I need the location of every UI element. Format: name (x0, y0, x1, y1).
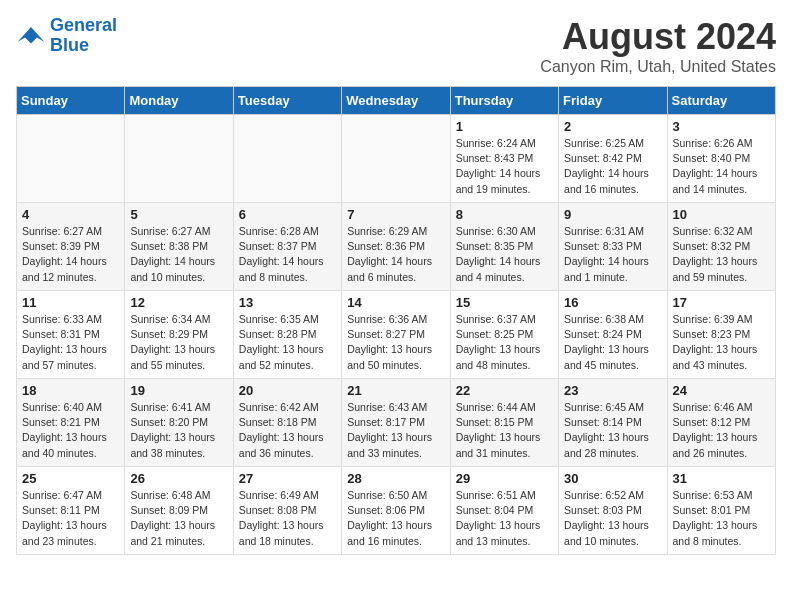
day-of-week-header: Tuesday (233, 87, 341, 115)
calendar-day-cell: 24Sunrise: 6:46 AM Sunset: 8:12 PM Dayli… (667, 379, 775, 467)
day-number: 12 (130, 295, 227, 310)
day-number: 10 (673, 207, 770, 222)
day-number: 8 (456, 207, 553, 222)
calendar-day-cell: 11Sunrise: 6:33 AM Sunset: 8:31 PM Dayli… (17, 291, 125, 379)
calendar-day-cell: 30Sunrise: 6:52 AM Sunset: 8:03 PM Dayli… (559, 467, 667, 555)
calendar-day-cell: 13Sunrise: 6:35 AM Sunset: 8:28 PM Dayli… (233, 291, 341, 379)
calendar-day-cell (125, 115, 233, 203)
day-number: 30 (564, 471, 661, 486)
calendar-day-cell: 17Sunrise: 6:39 AM Sunset: 8:23 PM Dayli… (667, 291, 775, 379)
day-info: Sunrise: 6:24 AM Sunset: 8:43 PM Dayligh… (456, 136, 553, 197)
calendar-day-cell: 5Sunrise: 6:27 AM Sunset: 8:38 PM Daylig… (125, 203, 233, 291)
day-info: Sunrise: 6:34 AM Sunset: 8:29 PM Dayligh… (130, 312, 227, 373)
calendar-day-cell: 6Sunrise: 6:28 AM Sunset: 8:37 PM Daylig… (233, 203, 341, 291)
day-of-week-header: Saturday (667, 87, 775, 115)
day-number: 16 (564, 295, 661, 310)
calendar-day-cell: 4Sunrise: 6:27 AM Sunset: 8:39 PM Daylig… (17, 203, 125, 291)
calendar-day-cell: 15Sunrise: 6:37 AM Sunset: 8:25 PM Dayli… (450, 291, 558, 379)
title-section: August 2024 Canyon Rim, Utah, United Sta… (540, 16, 776, 76)
calendar-week-row: 11Sunrise: 6:33 AM Sunset: 8:31 PM Dayli… (17, 291, 776, 379)
day-number: 3 (673, 119, 770, 134)
day-info: Sunrise: 6:33 AM Sunset: 8:31 PM Dayligh… (22, 312, 119, 373)
logo-icon (16, 21, 46, 51)
svg-marker-0 (18, 27, 45, 44)
day-number: 13 (239, 295, 336, 310)
calendar-day-cell: 3Sunrise: 6:26 AM Sunset: 8:40 PM Daylig… (667, 115, 775, 203)
day-info: Sunrise: 6:30 AM Sunset: 8:35 PM Dayligh… (456, 224, 553, 285)
day-info: Sunrise: 6:26 AM Sunset: 8:40 PM Dayligh… (673, 136, 770, 197)
day-info: Sunrise: 6:27 AM Sunset: 8:39 PM Dayligh… (22, 224, 119, 285)
page-title: August 2024 (540, 16, 776, 58)
calendar-day-cell: 14Sunrise: 6:36 AM Sunset: 8:27 PM Dayli… (342, 291, 450, 379)
day-number: 23 (564, 383, 661, 398)
day-number: 5 (130, 207, 227, 222)
day-number: 20 (239, 383, 336, 398)
calendar-day-cell: 2Sunrise: 6:25 AM Sunset: 8:42 PM Daylig… (559, 115, 667, 203)
calendar-day-cell: 12Sunrise: 6:34 AM Sunset: 8:29 PM Dayli… (125, 291, 233, 379)
day-number: 21 (347, 383, 444, 398)
calendar-day-cell: 1Sunrise: 6:24 AM Sunset: 8:43 PM Daylig… (450, 115, 558, 203)
day-info: Sunrise: 6:39 AM Sunset: 8:23 PM Dayligh… (673, 312, 770, 373)
day-of-week-header: Friday (559, 87, 667, 115)
day-info: Sunrise: 6:38 AM Sunset: 8:24 PM Dayligh… (564, 312, 661, 373)
day-info: Sunrise: 6:40 AM Sunset: 8:21 PM Dayligh… (22, 400, 119, 461)
day-number: 11 (22, 295, 119, 310)
day-number: 15 (456, 295, 553, 310)
calendar-table: SundayMondayTuesdayWednesdayThursdayFrid… (16, 86, 776, 555)
day-info: Sunrise: 6:37 AM Sunset: 8:25 PM Dayligh… (456, 312, 553, 373)
day-of-week-header: Monday (125, 87, 233, 115)
calendar-day-cell (233, 115, 341, 203)
calendar-day-cell: 25Sunrise: 6:47 AM Sunset: 8:11 PM Dayli… (17, 467, 125, 555)
day-info: Sunrise: 6:31 AM Sunset: 8:33 PM Dayligh… (564, 224, 661, 285)
calendar-week-row: 4Sunrise: 6:27 AM Sunset: 8:39 PM Daylig… (17, 203, 776, 291)
day-info: Sunrise: 6:45 AM Sunset: 8:14 PM Dayligh… (564, 400, 661, 461)
day-info: Sunrise: 6:48 AM Sunset: 8:09 PM Dayligh… (130, 488, 227, 549)
day-number: 1 (456, 119, 553, 134)
calendar-day-cell: 8Sunrise: 6:30 AM Sunset: 8:35 PM Daylig… (450, 203, 558, 291)
day-number: 9 (564, 207, 661, 222)
day-info: Sunrise: 6:43 AM Sunset: 8:17 PM Dayligh… (347, 400, 444, 461)
day-info: Sunrise: 6:25 AM Sunset: 8:42 PM Dayligh… (564, 136, 661, 197)
calendar-day-cell: 18Sunrise: 6:40 AM Sunset: 8:21 PM Dayli… (17, 379, 125, 467)
calendar-day-cell: 21Sunrise: 6:43 AM Sunset: 8:17 PM Dayli… (342, 379, 450, 467)
calendar-day-cell (342, 115, 450, 203)
day-number: 29 (456, 471, 553, 486)
day-info: Sunrise: 6:47 AM Sunset: 8:11 PM Dayligh… (22, 488, 119, 549)
day-info: Sunrise: 6:42 AM Sunset: 8:18 PM Dayligh… (239, 400, 336, 461)
day-info: Sunrise: 6:35 AM Sunset: 8:28 PM Dayligh… (239, 312, 336, 373)
logo: General Blue (16, 16, 117, 56)
day-info: Sunrise: 6:51 AM Sunset: 8:04 PM Dayligh… (456, 488, 553, 549)
calendar-day-cell: 29Sunrise: 6:51 AM Sunset: 8:04 PM Dayli… (450, 467, 558, 555)
day-number: 19 (130, 383, 227, 398)
day-info: Sunrise: 6:29 AM Sunset: 8:36 PM Dayligh… (347, 224, 444, 285)
day-of-week-header: Wednesday (342, 87, 450, 115)
day-info: Sunrise: 6:44 AM Sunset: 8:15 PM Dayligh… (456, 400, 553, 461)
day-number: 27 (239, 471, 336, 486)
day-number: 4 (22, 207, 119, 222)
day-info: Sunrise: 6:49 AM Sunset: 8:08 PM Dayligh… (239, 488, 336, 549)
day-number: 24 (673, 383, 770, 398)
day-info: Sunrise: 6:53 AM Sunset: 8:01 PM Dayligh… (673, 488, 770, 549)
calendar-day-cell: 7Sunrise: 6:29 AM Sunset: 8:36 PM Daylig… (342, 203, 450, 291)
calendar-day-cell: 9Sunrise: 6:31 AM Sunset: 8:33 PM Daylig… (559, 203, 667, 291)
day-info: Sunrise: 6:52 AM Sunset: 8:03 PM Dayligh… (564, 488, 661, 549)
calendar-week-row: 1Sunrise: 6:24 AM Sunset: 8:43 PM Daylig… (17, 115, 776, 203)
calendar-day-cell: 20Sunrise: 6:42 AM Sunset: 8:18 PM Dayli… (233, 379, 341, 467)
day-number: 31 (673, 471, 770, 486)
day-number: 14 (347, 295, 444, 310)
calendar-header-row: SundayMondayTuesdayWednesdayThursdayFrid… (17, 87, 776, 115)
day-info: Sunrise: 6:36 AM Sunset: 8:27 PM Dayligh… (347, 312, 444, 373)
day-number: 26 (130, 471, 227, 486)
day-number: 6 (239, 207, 336, 222)
day-of-week-header: Thursday (450, 87, 558, 115)
day-info: Sunrise: 6:32 AM Sunset: 8:32 PM Dayligh… (673, 224, 770, 285)
calendar-day-cell: 26Sunrise: 6:48 AM Sunset: 8:09 PM Dayli… (125, 467, 233, 555)
calendar-week-row: 25Sunrise: 6:47 AM Sunset: 8:11 PM Dayli… (17, 467, 776, 555)
day-of-week-header: Sunday (17, 87, 125, 115)
calendar-day-cell: 27Sunrise: 6:49 AM Sunset: 8:08 PM Dayli… (233, 467, 341, 555)
day-number: 17 (673, 295, 770, 310)
calendar-week-row: 18Sunrise: 6:40 AM Sunset: 8:21 PM Dayli… (17, 379, 776, 467)
day-number: 2 (564, 119, 661, 134)
logo-general: General (50, 15, 117, 35)
day-number: 25 (22, 471, 119, 486)
